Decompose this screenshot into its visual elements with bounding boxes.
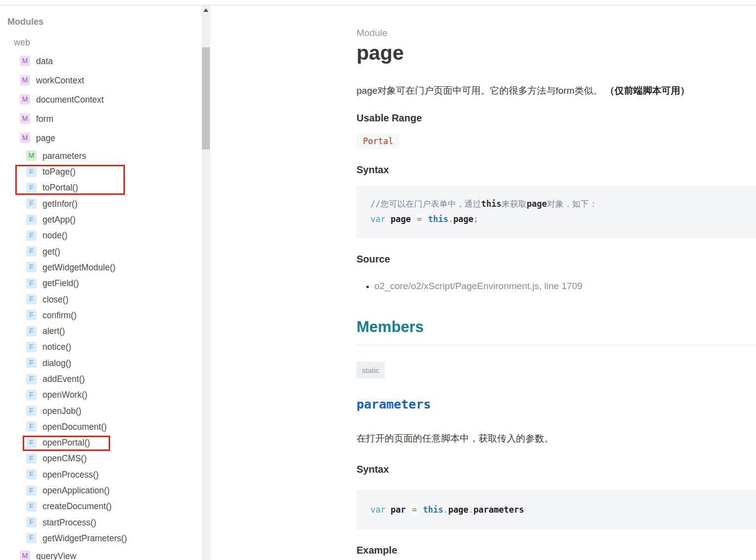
module-badge-icon: M: [20, 94, 30, 105]
function-badge-icon: F: [26, 517, 37, 527]
function-badge-icon: F: [26, 533, 37, 543]
sidebar-item-parameters[interactable]: Mparameters: [0, 148, 200, 164]
sidebar-item-label: notice(): [42, 341, 71, 352]
kind-label: Module: [357, 28, 756, 38]
source-list-item: o2_core/o2/xScript/PageEnvironment.js, l…: [374, 281, 756, 292]
function-badge-icon: F: [26, 438, 37, 448]
sidebar-item-label: page: [36, 133, 55, 144]
function-badge-icon: F: [26, 406, 37, 416]
sidebar-item-toportal[interactable]: FtoPortal(): [0, 180, 200, 195]
sidebar-item-page[interactable]: Mpage: [0, 128, 200, 148]
module-badge-icon: M: [20, 551, 30, 560]
code-line: //您可以在门户表单中，通过this来获取page对象，如下：: [370, 196, 746, 212]
syntax-heading: Syntax: [357, 164, 756, 175]
sidebar-item-label: openProcess(): [42, 469, 99, 480]
sidebar-item-label: getInfor(): [42, 198, 78, 209]
function-badge-icon: F: [26, 485, 37, 496]
function-badge-icon: F: [26, 183, 37, 193]
sidebar-item-label: openDocument(): [42, 421, 107, 432]
sidebar-item-openwork[interactable]: FopenWork(): [0, 387, 200, 403]
sidebar-item-label: getApp(): [42, 214, 76, 225]
sidebar-item-confirm[interactable]: Fconfirm(): [0, 307, 200, 323]
sidebar-item-label: openJob(): [42, 406, 81, 416]
sidebar-item-opendocument[interactable]: FopenDocument(): [0, 419, 200, 435]
sidebar-item-dialog[interactable]: Fdialog(): [0, 355, 200, 371]
sidebar-item-label: dialog(): [42, 358, 71, 369]
sidebar-item-openportal[interactable]: FopenPortal(): [0, 435, 200, 450]
sidebar-item-get[interactable]: Fget(): [0, 243, 200, 259]
example-heading: Example: [357, 545, 756, 556]
sidebar-item-label: node(): [42, 230, 68, 241]
sidebar-item-label: getField(): [42, 278, 79, 289]
member-syntax-code-block: var par = this.page.parameters: [357, 490, 756, 529]
sidebar-item-documentcontext[interactable]: MdocumentContext: [0, 90, 200, 109]
function-badge-icon: F: [26, 469, 37, 480]
sidebar-item-label: startProcess(): [42, 517, 96, 528]
scrollbar-thumb[interactable]: [202, 47, 210, 149]
module-badge-icon: M: [20, 56, 30, 66]
sidebar-item-openjob[interactable]: FopenJob(): [0, 403, 200, 418]
sidebar-item-label: openPortal(): [42, 437, 90, 448]
sidebar-item-notice[interactable]: Fnotice(): [0, 339, 200, 355]
sidebar-item-label: createDocument(): [42, 501, 112, 512]
sidebar-item-close[interactable]: Fclose(): [0, 291, 200, 307]
function-badge-icon: F: [26, 215, 37, 225]
module-badge-icon: M: [20, 75, 30, 85]
scroll-up-arrow-icon[interactable]: [201, 5, 210, 15]
sidebar-item-openprocess[interactable]: FopenProcess(): [0, 467, 200, 483]
sidebar-item-form[interactable]: Mform: [0, 109, 200, 128]
usable-range-portal-badge: Portal: [357, 133, 399, 149]
sidebar-item-openapplication[interactable]: FopenApplication(): [0, 483, 200, 498]
modules-sidebar: Modules web MdataMworkContextMdocumentCo…: [0, 5, 200, 560]
function-badge-icon: F: [26, 262, 37, 272]
sidebar-item-label: confirm(): [42, 310, 77, 321]
sidebar-item-label: openWork(): [42, 389, 87, 400]
function-badge-icon: F: [26, 358, 37, 368]
module-badge-icon: M: [20, 133, 30, 143]
sidebar-item-getwidgetmodule[interactable]: FgetWidgetModule(): [0, 260, 200, 275]
module-description-text: page对象可在门户页面中可用。它的很多方法与form类似。: [357, 85, 605, 96]
sidebar-item-topage[interactable]: FtoPage(): [0, 164, 200, 180]
function-badge-icon: F: [26, 310, 37, 320]
sidebar-item-label: getWidgetModule(): [42, 262, 116, 273]
module-description-note: （仅前端脚本可用）: [605, 85, 690, 96]
usable-range-heading: Usable Range: [357, 112, 756, 123]
docs-page: Modules web MdataMworkContextMdocumentCo…: [0, 0, 756, 560]
sidebar-item-getapp[interactable]: FgetApp(): [0, 212, 200, 227]
function-badge-icon: F: [26, 453, 37, 464]
members-heading: Members: [357, 319, 756, 336]
sidebar-item-alert[interactable]: Falert(): [0, 323, 200, 339]
sidebar-title: Modules: [7, 17, 200, 27]
sidebar-item-node[interactable]: Fnode(): [0, 227, 200, 243]
sidebar-item-getfield[interactable]: FgetField(): [0, 275, 200, 291]
function-badge-icon: F: [26, 167, 37, 177]
members-divider: [357, 345, 756, 345]
sidebar-item-workcontext[interactable]: MworkContext: [0, 71, 200, 90]
sidebar-item-createdocument[interactable]: FcreateDocument(): [0, 498, 200, 514]
sidebar-item-label: parameters: [42, 150, 86, 161]
module-badge-icon: M: [20, 113, 30, 124]
function-badge-icon: F: [26, 374, 37, 384]
sidebar-item-startprocess[interactable]: FstartProcess(): [0, 515, 200, 530]
sidebar-item-label: close(): [42, 294, 69, 305]
sidebar-item-label: openCMS(): [42, 453, 86, 464]
member-syntax-heading: Syntax: [357, 464, 756, 475]
sidebar-item-addevent[interactable]: FaddEvent(): [0, 371, 200, 387]
member-description: 在打开的页面的任意脚本中，获取传入的参数。: [357, 432, 756, 445]
sidebar-item-getinfor[interactable]: FgetInfor(): [0, 196, 200, 212]
function-badge-icon: F: [26, 326, 37, 336]
sidebar-item-opencms[interactable]: FopenCMS(): [0, 450, 200, 466]
sidebar-item-getwidgetprameters[interactable]: FgetWidgetPrameters(): [0, 530, 200, 546]
sidebar-scrollbar[interactable]: [201, 5, 210, 560]
sidebar-item-data[interactable]: Mdata: [0, 51, 200, 71]
sidebar-item-label: openApplication(): [42, 485, 110, 496]
function-badge-icon: F: [26, 230, 37, 241]
page-title: page: [357, 41, 756, 64]
code-line: var page = this.page;: [370, 212, 746, 227]
sidebar-group-web[interactable]: web: [14, 37, 200, 47]
sidebar-item-queryview[interactable]: MqueryView: [0, 546, 200, 560]
member-badge-icon: M: [26, 150, 37, 161]
function-badge-icon: F: [26, 246, 37, 257]
function-badge-icon: F: [26, 342, 37, 352]
function-badge-icon: F: [26, 278, 37, 289]
